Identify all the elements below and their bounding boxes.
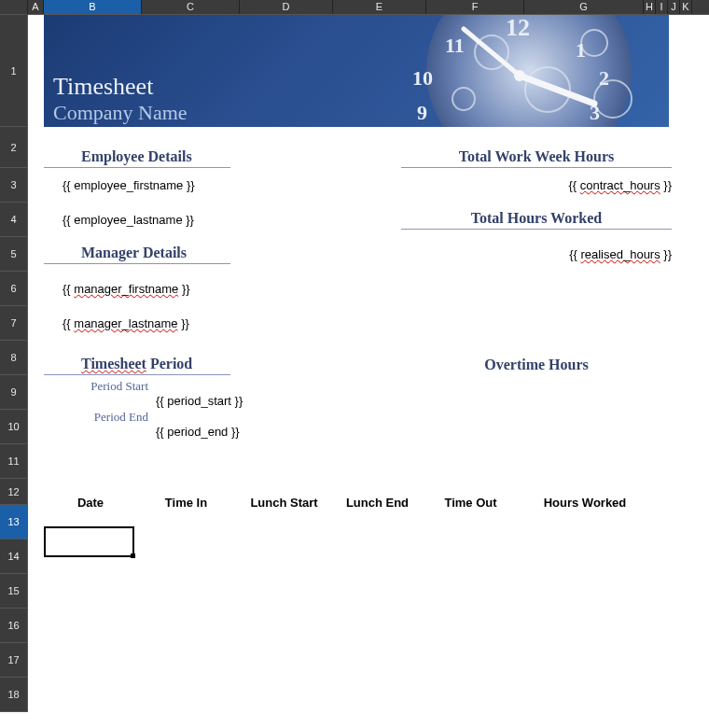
active-cell-cursor[interactable] xyxy=(44,526,134,557)
select-all-corner[interactable] xyxy=(0,0,28,15)
banner-subtitle: Company Name xyxy=(53,101,188,125)
svg-text:9: 9 xyxy=(417,101,427,124)
manager-lastname-cell[interactable]: {{ manager_lastname }} xyxy=(44,316,189,330)
section-overtime: Overtime Hours xyxy=(401,357,672,375)
th-lunch-start: Lunch Start xyxy=(235,496,333,510)
column-header-C[interactable]: C xyxy=(142,0,240,14)
th-hours-worked: Hours Worked xyxy=(520,496,650,510)
row-header-7[interactable]: 7 xyxy=(0,306,28,341)
column-header-K[interactable]: K xyxy=(680,0,692,14)
section-timesheet-period: Timesheet Period xyxy=(44,356,230,375)
spellcheck-underline: employee_firstname xyxy=(74,178,183,192)
row-header-15[interactable]: 15 xyxy=(0,574,28,609)
column-header-B[interactable]: B xyxy=(44,0,142,14)
row-header-16[interactable]: 16 xyxy=(0,609,28,643)
spellcheck-underline: manager_lastname xyxy=(74,316,177,330)
row-header-14[interactable]: 14 xyxy=(0,539,28,574)
employee-lastname-cell[interactable]: {{ employee_lastname }} xyxy=(44,213,194,227)
row-header-2[interactable]: 2 xyxy=(0,127,28,168)
row-header-9[interactable]: 9 xyxy=(0,375,28,410)
th-time-out: Time Out xyxy=(422,496,520,510)
title-banner: 12 1 2 3 11 10 9 Timesheet Company Name xyxy=(44,15,669,127)
row-header-4[interactable]: 4 xyxy=(0,203,28,237)
column-header-F[interactable]: F xyxy=(426,0,524,14)
section-hours-worked: Total Hours Worked xyxy=(401,210,672,230)
column-header-row: ABCDEFGHIJK xyxy=(0,0,709,15)
contract-hours-cell[interactable]: {{ contract_hours }} xyxy=(568,178,672,192)
period-start-label: Period Start xyxy=(59,379,152,394)
banner-title: Timesheet xyxy=(53,73,153,101)
svg-text:12: 12 xyxy=(506,15,530,41)
row-header-17[interactable]: 17 xyxy=(0,643,28,678)
row-header-3[interactable]: 3 xyxy=(0,168,28,203)
th-lunch-end: Lunch End xyxy=(333,496,422,510)
column-header-A[interactable]: A xyxy=(28,0,44,14)
row-header-strip: 123456789101112131415161718 xyxy=(0,15,28,712)
period-end-label: Period End xyxy=(59,410,152,425)
section-employee-details: Employee Details xyxy=(44,148,230,168)
spellcheck-underline: contract_hours xyxy=(580,178,660,192)
employee-firstname-cell[interactable]: {{ employee_firstname }} xyxy=(44,178,195,192)
column-header-J[interactable]: J xyxy=(668,0,680,14)
svg-text:1: 1 xyxy=(576,38,586,62)
column-header-G[interactable]: G xyxy=(524,0,644,14)
column-header-E[interactable]: E xyxy=(333,0,426,14)
column-header-I[interactable]: I xyxy=(656,0,668,14)
svg-text:10: 10 xyxy=(412,66,433,90)
svg-point-15 xyxy=(514,70,525,81)
spellcheck-underline: manager_firstname xyxy=(74,282,178,296)
column-header-H[interactable]: H xyxy=(644,0,656,14)
svg-text:11: 11 xyxy=(445,34,465,57)
row-header-18[interactable]: 18 xyxy=(0,678,28,712)
spellcheck-underline: realised_hours xyxy=(580,247,660,261)
table-header-row: Date Time In Lunch Start Lunch End Time … xyxy=(28,496,709,510)
svg-text:2: 2 xyxy=(599,66,609,90)
row-header-13[interactable]: 13 xyxy=(0,505,28,539)
sheet-area[interactable]: 12 1 2 3 11 10 9 Timesheet Company Name … xyxy=(28,15,709,728)
spellcheck-underline: employee_lastname xyxy=(74,213,182,227)
section-week-hours: Total Work Week Hours xyxy=(401,148,672,168)
period-end-cell[interactable]: {{ period_end }} xyxy=(44,425,240,439)
row-header-11[interactable]: 11 xyxy=(0,444,28,479)
period-start-cell[interactable]: {{ period_start }} xyxy=(44,394,243,408)
row-header-12[interactable]: 12 xyxy=(0,479,28,505)
clock-art: 12 1 2 3 11 10 9 xyxy=(361,15,669,127)
row-header-1[interactable]: 1 xyxy=(0,15,28,127)
row-header-5[interactable]: 5 xyxy=(0,237,28,272)
th-date: Date xyxy=(44,496,137,510)
manager-firstname-cell[interactable]: {{ manager_firstname }} xyxy=(44,282,190,296)
realised-hours-cell[interactable]: {{ realised_hours }} xyxy=(569,247,672,261)
section-manager-details: Manager Details xyxy=(44,245,230,264)
row-header-8[interactable]: 8 xyxy=(0,341,28,375)
row-header-6[interactable]: 6 xyxy=(0,272,28,306)
th-time-in: Time In xyxy=(137,496,235,510)
column-header-D[interactable]: D xyxy=(240,0,333,14)
row-header-10[interactable]: 10 xyxy=(0,410,28,444)
